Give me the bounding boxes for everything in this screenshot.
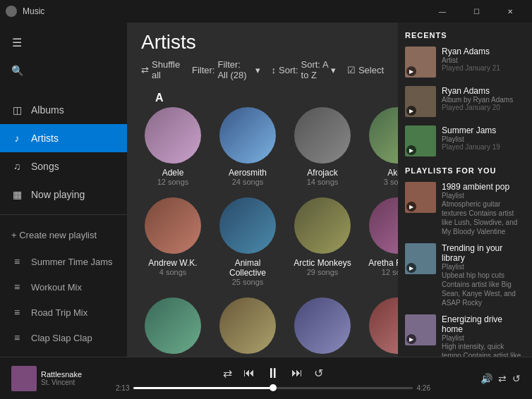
progress-bar[interactable] <box>133 387 412 389</box>
page-title: Artists <box>141 31 384 54</box>
artist-color-bg <box>369 297 398 354</box>
sort-button[interactable]: ↕ Sort: Sort: A to Z ▾ <box>272 59 336 80</box>
player-controls: ⇄ ⏮ ⏸ ⏭ ↺ <box>223 365 323 381</box>
previous-button[interactable]: ⏮ <box>243 367 255 379</box>
playlist-label: Clap Slap Clap <box>31 333 92 343</box>
artist-songs: 24 songs <box>232 178 264 186</box>
playlist-title: Trending in your library <box>442 243 525 263</box>
recent-art: ▶ <box>405 47 436 78</box>
playlist-title: 1989 ambient pop <box>442 182 525 192</box>
artist-color-bg <box>145 197 201 254</box>
filter-button[interactable]: Filter: Filter: All (28) ▾ <box>192 59 260 80</box>
hamburger-menu[interactable]: ☰ <box>3 28 31 56</box>
app-icon <box>6 6 17 17</box>
volume-icon[interactable]: 🔊 <box>480 373 492 384</box>
artists-grid: A Adele 12 songs Aerosmith 24 songs <box>127 86 398 357</box>
recents-header: RECENTS <box>405 31 525 39</box>
sidebar-item-now-playing[interactable]: ▦ Now playing <box>0 180 127 209</box>
shuffle-right-icon[interactable]: ⇄ <box>498 373 507 384</box>
playlist-desc: Atmospheric guitar textures Contains art… <box>442 200 525 236</box>
playlists-header: PLAYLISTS FOR YOU <box>405 166 525 175</box>
artist-card-animal-collective[interactable]: Animal Collective 25 songs <box>216 197 279 286</box>
shuffle-label: Shuffle all <box>152 59 181 80</box>
artist-card-andrewwk[interactable]: Andrew W.K. 4 songs <box>141 197 205 286</box>
playlist-desc: High intensity, quick tempo Contains art… <box>442 342 525 357</box>
playlist-rec-2[interactable]: ▶ Energizing drive home Playlist High in… <box>405 314 525 357</box>
repeat-button[interactable]: ↺ <box>314 367 323 380</box>
playlist-art: ▶ <box>405 243 436 274</box>
main-content: Artists ⇄ Shuffle all Filter: Filter: Al… <box>127 23 398 357</box>
select-label: Select <box>358 65 384 75</box>
artist-card-wilhelm[interactable]: A Wilhelm Scream 14 songs <box>141 297 205 357</box>
player-artist-name: St. Vincent <box>41 379 110 386</box>
repeat-right-icon[interactable]: ↺ <box>512 373 521 384</box>
search-button[interactable]: 🔍 <box>3 56 31 85</box>
playlist-rec-1[interactable]: ▶ Trending in your library Playlist Upbe… <box>405 243 525 307</box>
artist-color-bg <box>219 107 276 164</box>
select-button[interactable]: ☑ Select <box>347 65 384 75</box>
artist-image <box>294 107 351 164</box>
artist-card-aerosmith[interactable]: Aerosmith 24 songs <box>216 107 279 186</box>
next-button[interactable]: ⏭ <box>291 367 303 379</box>
playlist-art: ▶ <box>405 314 436 345</box>
artist-name: Andrew W.K. <box>148 258 197 268</box>
artist-name: Arctic Monkeys <box>294 258 351 268</box>
sort-icon: ↕ <box>272 65 277 75</box>
create-playlist-button[interactable]: + Create new playlist <box>0 221 127 249</box>
player-art <box>11 366 37 391</box>
songs-label: Songs <box>31 161 59 172</box>
minimize-button[interactable]: — <box>426 0 459 23</box>
play-pause-button[interactable]: ⏸ <box>266 365 280 381</box>
artist-color-bg <box>219 197 276 254</box>
playlist-item-workout[interactable]: ≡ Workout Mix <box>0 274 127 300</box>
playlist-rec-0[interactable]: ▶ 1989 ambient pop Playlist Atmospheric … <box>405 182 525 236</box>
progress-bar-wrap: 2:13 4:26 <box>116 384 430 392</box>
artist-image <box>369 107 398 164</box>
playlist-item-clap[interactable]: ≡ Clap Slap Clap <box>0 325 127 350</box>
recent-item-0[interactable]: ▶ Ryan Adams Artist Played January 21 <box>405 47 525 78</box>
playlist-item-mom[interactable]: ≡ Mom Jeans <box>0 350 127 357</box>
artist-image <box>145 197 201 254</box>
artist-card-adele[interactable]: Adele 12 songs <box>141 107 205 186</box>
sidebar-item-albums[interactable]: ◫ Albums <box>0 96 127 124</box>
sidebar-item-artists[interactable]: ♪ Artists <box>0 124 127 152</box>
recent-date: Played January 19 <box>442 143 525 151</box>
maximize-button[interactable]: ☐ <box>460 0 492 23</box>
artist-card-afrojack[interactable]: Afrojack 14 songs <box>291 107 354 186</box>
artist-card-aretha[interactable]: Aretha Franklin 12 songs <box>365 197 398 286</box>
artist-color-bg <box>369 197 398 254</box>
play-icon: ▶ <box>406 202 416 211</box>
artists-label: Artists <box>31 133 59 144</box>
window-controls: — ☐ ✕ <box>426 0 526 23</box>
artist-color-bg <box>219 297 276 354</box>
artist-row-3: A Wilhelm Scream 14 songs Against Me! 3 … <box>141 297 384 357</box>
artist-songs: 12 songs <box>157 178 189 186</box>
artist-name: Akon <box>387 168 398 178</box>
content-header: Artists ⇄ Shuffle all Filter: Filter: Al… <box>127 23 398 86</box>
playlist-icon: ≡ <box>11 256 23 267</box>
playlist-item-roadtrip[interactable]: ≡ Road Trip Mix <box>0 300 127 325</box>
nav-divider <box>0 214 127 215</box>
artist-card-against-me[interactable]: Against Me! 3 songs <box>216 297 279 357</box>
recent-info: Ryan Adams Album by Ryan Adams Played Ja… <box>442 86 525 111</box>
artist-card-atlas-sound[interactable]: Atlas Sound 11 songs <box>291 297 354 357</box>
total-time: 4:26 <box>417 384 430 392</box>
artist-card-tribe[interactable]: A Tribe Called Quest 25 songs <box>365 297 398 357</box>
sidebar: ☰ 🔍 ◫ Albums ♪ Artists ♫ Songs ▦ Now pla… <box>0 23 127 357</box>
playlist-info: Trending in your library Playlist Upbeat… <box>442 243 525 307</box>
artist-card-arctic-monkeys[interactable]: Arctic Monkeys 29 songs <box>291 197 354 286</box>
recent-item-1[interactable]: ▶ Ryan Adams Album by Ryan Adams Played … <box>405 86 525 117</box>
shuffle-all-button[interactable]: ⇄ Shuffle all <box>141 59 181 80</box>
recent-item-2[interactable]: ▶ Summer Jams Playlist Played January 19 <box>405 125 525 156</box>
artist-row-2: Andrew W.K. 4 songs Animal Collective 25… <box>141 197 384 286</box>
sidebar-item-songs[interactable]: ♫ Songs <box>0 152 127 180</box>
player-track-name: Rattlesnake <box>41 370 110 379</box>
right-panel: RECENTS ▶ Ryan Adams Artist Played Janua… <box>398 23 532 357</box>
close-button[interactable]: ✕ <box>494 0 526 23</box>
artist-image <box>145 107 201 164</box>
shuffle-button[interactable]: ⇄ <box>223 367 232 380</box>
playlists-section: PLAYLISTS FOR YOU ▶ 1989 ambient pop Pla… <box>405 166 525 357</box>
artist-card-akon[interactable]: Akon 3 songs <box>365 107 398 186</box>
playlist-label: Road Trip Mix <box>31 307 87 318</box>
playlist-item-summer[interactable]: ≡ Summer Time Jams <box>0 249 127 274</box>
